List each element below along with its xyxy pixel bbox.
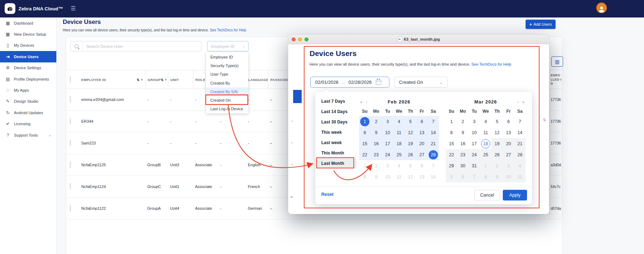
add-users-button[interactable]: + Add Users	[526, 20, 556, 29]
preset-this-week[interactable]: This week	[315, 127, 357, 137]
day-cell[interactable]: 7	[514, 116, 526, 127]
day-cell[interactable]: 19	[491, 138, 503, 149]
day-cell[interactable]: 5	[405, 160, 416, 171]
day-cell[interactable]: 29	[446, 160, 457, 171]
menu-item-last-log-in-device[interactable]: Last Log-In Device	[206, 105, 248, 113]
date-to-value[interactable]: 02/28/2026	[348, 80, 372, 85]
sidebar-item-device-settings[interactable]: ⚙Device Settings	[0, 62, 56, 73]
day-cell[interactable]: 26	[491, 149, 503, 160]
day-cell[interactable]: 13	[416, 171, 428, 182]
close-window-button[interactable]	[292, 37, 296, 41]
day-cell[interactable]: 2	[491, 160, 503, 171]
next-month-icon[interactable]: ›	[517, 99, 519, 105]
preset-this-month[interactable]: This Month	[315, 148, 357, 158]
sidebar-item-android-updates[interactable]: ↻Android Updates	[0, 107, 56, 118]
day-cell[interactable]: 10	[382, 127, 393, 138]
day-cell[interactable]: 24	[382, 149, 393, 160]
day-cell[interactable]: 10	[503, 171, 514, 182]
menu-item-created-by[interactable]: Created By	[206, 79, 248, 87]
day-cell[interactable]: 23	[457, 149, 469, 160]
day-cell[interactable]: 1	[480, 160, 491, 171]
day-cell[interactable]: 26	[405, 149, 416, 160]
day-cell[interactable]: 16	[370, 138, 382, 149]
day-cell[interactable]: 11	[393, 127, 405, 138]
day-cell[interactable]: 7	[428, 160, 439, 171]
sidebar-item-licensing[interactable]: ✔Licensing	[0, 118, 56, 129]
filter-field-select[interactable]: Employee ID ⌄	[207, 41, 249, 51]
day-cell[interactable]: 12	[405, 171, 416, 182]
day-cell[interactable]: 21	[428, 138, 439, 149]
day-cell[interactable]: 4	[514, 160, 526, 171]
day-cell[interactable]: 30	[457, 160, 469, 171]
row-checkbox[interactable]	[70, 96, 71, 103]
zoom-window-button[interactable]	[305, 37, 308, 41]
menu-item-created-by-s-n[interactable]: Created By S/N	[206, 87, 248, 96]
day-cell[interactable]: 9	[491, 171, 503, 182]
day-cell[interactable]: 8	[359, 171, 370, 182]
sidebar-item-my-apps[interactable]: ∷My Apps	[0, 85, 56, 96]
day-cell[interactable]: 8	[480, 171, 491, 182]
menu-item-security-type-s-[interactable]: Security Type(s)	[206, 61, 248, 70]
day-cell[interactable]: 4	[393, 116, 405, 127]
day-cell[interactable]: 25	[480, 149, 491, 160]
overlay-techdocs-link[interactable]: See TechDocs for Help	[471, 62, 511, 66]
sidebar-item-my-devices[interactable]: ▯My Devices	[0, 40, 56, 51]
filter-icon[interactable]: ▼	[140, 78, 143, 81]
sort-icon[interactable]: ⇅	[137, 78, 139, 82]
column-header-employee-id[interactable]: EMPLOYEE ID⇅▼	[79, 70, 145, 89]
day-cell[interactable]: 10	[382, 171, 393, 182]
menu-item-employee-id[interactable]: Employee ID	[206, 53, 248, 61]
day-cell[interactable]: 13	[503, 127, 514, 138]
day-cell[interactable]: 11	[480, 127, 491, 138]
sidebar-item-new-device-setup[interactable]: ▩New Device Setup	[0, 29, 56, 40]
row-checkbox[interactable]	[70, 118, 71, 125]
day-cell[interactable]: 18	[480, 138, 491, 149]
day-cell[interactable]: 15	[446, 138, 457, 149]
day-cell[interactable]: 22	[446, 149, 457, 160]
day-cell[interactable]: 14	[428, 127, 439, 138]
prev-month-icon[interactable]: ‹	[366, 99, 367, 105]
day-cell[interactable]: 24	[469, 149, 480, 160]
day-cell[interactable]: 23	[370, 149, 382, 160]
day-cell[interactable]: 3	[469, 116, 480, 127]
sidebar-item-device-users[interactable]: ⇥Device Users	[0, 51, 56, 62]
menu-item-created-on[interactable]: Created On	[206, 96, 248, 105]
preset-last-week[interactable]: Last week	[315, 137, 357, 148]
day-cell[interactable]: 2	[370, 116, 382, 127]
preset-last-7-days[interactable]: Last 7 Days	[315, 96, 357, 106]
day-cell[interactable]: 8	[359, 127, 370, 138]
day-cell[interactable]: 8	[446, 127, 457, 138]
day-cell[interactable]: 5	[446, 171, 457, 182]
date-range-input[interactable]: 02/01/2026 → 02/28/2026	[310, 77, 389, 88]
sidebar-item-dashboard[interactable]: ▦Dashboard	[0, 17, 56, 29]
row-checkbox[interactable]	[70, 205, 71, 212]
day-cell[interactable]: 28	[428, 149, 439, 160]
day-cell[interactable]: 20	[503, 138, 514, 149]
row-checkbox[interactable]	[70, 139, 71, 146]
day-cell[interactable]: 2	[457, 116, 469, 127]
day-cell[interactable]: 22	[359, 149, 370, 160]
day-cell[interactable]: 5	[405, 116, 416, 127]
day-cell[interactable]: 11	[514, 171, 526, 182]
techdocs-link[interactable]: See TechDocs for Help	[210, 28, 246, 32]
day-cell[interactable]: 15	[359, 138, 370, 149]
day-cell[interactable]: 1	[359, 160, 370, 171]
day-cell[interactable]: 7	[428, 116, 439, 127]
minimize-window-button[interactable]	[298, 37, 302, 41]
day-cell[interactable]: 14	[428, 171, 439, 182]
day-cell[interactable]: 27	[416, 149, 428, 160]
filter-icon[interactable]: ▼	[165, 78, 167, 81]
date-from-value[interactable]: 02/01/2026	[315, 80, 338, 85]
day-cell[interactable]: 14	[514, 127, 526, 138]
sidebar-item-support-tools[interactable]: ?Support Tools⌄	[0, 129, 56, 141]
day-cell[interactable]: 9	[370, 171, 382, 182]
day-cell[interactable]: 31	[469, 160, 480, 171]
day-cell[interactable]: 12	[491, 127, 503, 138]
select-all-checkbox[interactable]	[70, 76, 71, 83]
cancel-button[interactable]: Cancel	[474, 190, 500, 200]
day-cell[interactable]: 3	[503, 160, 514, 171]
column-header-group[interactable]: GROUP⇅▼	[145, 70, 168, 89]
day-cell[interactable]: 2	[370, 160, 382, 171]
created-on-select[interactable]: Created On ⌄	[394, 77, 448, 88]
avatar[interactable]	[596, 2, 607, 13]
